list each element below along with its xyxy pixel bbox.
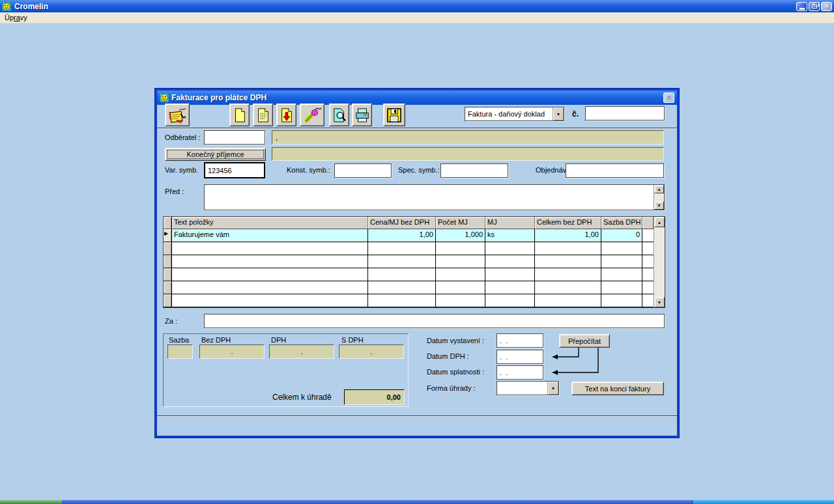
recalculate-button-label: Přepočítat: [568, 337, 601, 345]
delete-item-button[interactable]: [300, 104, 324, 126]
pred-scrollbar[interactable]: ▲ ▼: [654, 185, 664, 210]
cell[interactable]: [535, 281, 601, 294]
cell[interactable]: [485, 294, 535, 307]
cell[interactable]: [172, 255, 368, 268]
row-selector: [164, 242, 172, 255]
cell[interactable]: [436, 294, 485, 307]
menu-upravy[interactable]: Úpravy: [0, 14, 32, 21]
cell[interactable]: [601, 268, 642, 281]
cell-total[interactable]: 1,00: [535, 229, 601, 242]
menubar: Úpravy: [0, 12, 834, 23]
total-due-label: Celkem k úhradě: [272, 393, 332, 402]
cell[interactable]: [601, 242, 642, 255]
order-input[interactable]: [566, 163, 664, 178]
cell[interactable]: [535, 242, 601, 255]
restore-button[interactable]: [809, 2, 820, 11]
cell-qty[interactable]: 1,000: [436, 229, 485, 242]
dialog-close-icon: ✕: [666, 94, 672, 102]
customer-label: Odběratel :: [165, 133, 200, 141]
cell[interactable]: [485, 281, 535, 294]
cell[interactable]: [485, 255, 535, 268]
import-invoice-button[interactable]: [276, 104, 296, 126]
cell[interactable]: [601, 255, 642, 268]
print-button[interactable]: [352, 104, 372, 126]
grid-header-price: Cena/MJ bez DPH: [368, 217, 436, 229]
cell[interactable]: [172, 268, 368, 281]
document-text-icon: [255, 107, 271, 124]
invoice-number-label: č.: [572, 109, 579, 119]
spec-symbol-input[interactable]: [440, 163, 508, 178]
row-selector: [164, 268, 172, 281]
cell[interactable]: [601, 281, 642, 294]
toolbar-separator: [157, 128, 677, 129]
new-invoice-button[interactable]: [229, 104, 250, 126]
grid-scrollbar[interactable]: ▲ ▼: [654, 217, 665, 307]
cell-vat[interactable]: 0: [601, 229, 642, 242]
cell[interactable]: [436, 268, 485, 281]
status-separator: [157, 415, 677, 417]
grid-header-text: Text položky: [172, 217, 368, 229]
cell[interactable]: [436, 255, 485, 268]
cell[interactable]: [535, 255, 601, 268]
document-type-dropdown-arrow-icon[interactable]: ▼: [553, 107, 564, 120]
save-button[interactable]: [383, 104, 405, 126]
printer-icon: [354, 107, 370, 124]
address-book-button[interactable]: [165, 104, 190, 126]
cell[interactable]: [368, 281, 436, 294]
cell[interactable]: [172, 281, 368, 294]
grid-header-row: Text položky Cena/MJ bez DPH Počet MJ MJ…: [164, 217, 665, 229]
cell-unit[interactable]: ks: [485, 229, 535, 242]
invoice-number-input[interactable]: [585, 106, 665, 120]
pred-textarea[interactable]: ▲ ▼: [204, 184, 665, 210]
cell[interactable]: [535, 294, 601, 307]
cell[interactable]: [368, 242, 436, 255]
minimize-button[interactable]: [796, 2, 807, 11]
dialog-close-button[interactable]: ✕: [663, 92, 674, 103]
document-type-combo[interactable]: Faktura - daňový doklad ▼: [465, 107, 564, 121]
cell[interactable]: [368, 255, 436, 268]
cell[interactable]: [485, 268, 535, 281]
final-recipient-button[interactable]: Konečný příjemce: [165, 148, 266, 161]
pred-scroll-up-icon[interactable]: ▲: [654, 185, 664, 193]
cell-price[interactable]: 1,00: [368, 229, 436, 242]
cell[interactable]: [436, 281, 485, 294]
app-title: Cromelin: [14, 2, 48, 11]
payment-method-dropdown-arrow-icon[interactable]: ▼: [547, 382, 558, 395]
grid-header-vat: Sazba DPH: [601, 217, 642, 229]
preview-button[interactable]: [329, 104, 349, 126]
cell[interactable]: [368, 268, 436, 281]
cell[interactable]: [368, 294, 436, 307]
taskbar-sliver[interactable]: [62, 500, 692, 504]
za-input[interactable]: [204, 314, 665, 328]
cell[interactable]: [436, 242, 485, 255]
issue-date-label: Datum vystavení :: [427, 337, 484, 344]
cell[interactable]: [172, 242, 368, 255]
end-text-button[interactable]: Text na konci faktury: [571, 382, 664, 395]
due-date-input[interactable]: [496, 365, 543, 380]
issue-date-input[interactable]: [496, 333, 543, 348]
dph-date-input[interactable]: [496, 350, 543, 364]
var-symbol-input[interactable]: [204, 162, 265, 178]
close-button[interactable]: ✕: [821, 2, 832, 11]
cell[interactable]: [535, 268, 601, 281]
address-book-icon: [167, 106, 187, 124]
konst-symbol-label: Konst. symb.:: [287, 166, 330, 174]
grid-row-1: ▶ Fakturujeme vám 1,00 1,000 ks 1,00 0: [164, 229, 665, 242]
row-selector: [164, 294, 172, 307]
s-dph-display: .: [339, 344, 404, 359]
taskbar-start-sliver[interactable]: [0, 500, 62, 504]
cell[interactable]: [485, 242, 535, 255]
pred-scroll-down-icon[interactable]: ▼: [654, 201, 664, 210]
grid-scroll-down-icon[interactable]: ▼: [654, 297, 665, 307]
cell[interactable]: [172, 294, 368, 307]
grid-scroll-up-icon[interactable]: ▲: [654, 217, 665, 227]
konst-symbol-input[interactable]: [334, 163, 392, 178]
cell[interactable]: [601, 294, 642, 307]
edit-invoice-button[interactable]: [253, 104, 273, 126]
grid-row-4: [164, 268, 665, 281]
cell-text[interactable]: Fakturujeme vám: [172, 229, 368, 242]
customer-code-input[interactable]: [204, 130, 265, 145]
taskbar-tray-sliver[interactable]: [692, 500, 834, 504]
payment-method-combo[interactable]: ▼: [496, 381, 559, 395]
recalculate-button[interactable]: Přepočítat: [559, 334, 610, 348]
